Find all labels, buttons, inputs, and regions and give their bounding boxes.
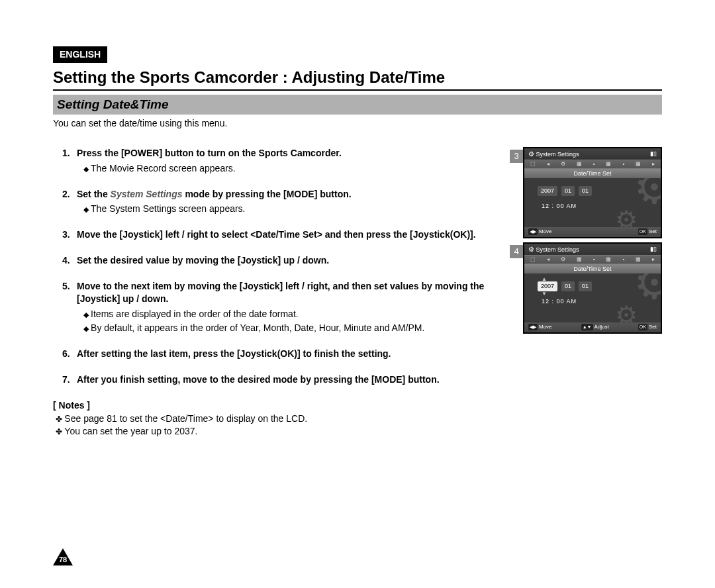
intro-text: You can set the date/time using this men…: [53, 117, 662, 130]
time-value: 12 : 00 AM: [542, 202, 577, 210]
step-5: Move to the next item by moving the [Joy…: [65, 280, 502, 334]
step-1: Press the [POWER] button to turn on the …: [65, 147, 502, 175]
step-1-sub: The Movie Record screen appears.: [83, 162, 502, 175]
step-2: Set the System Settings mode by pressing…: [65, 188, 502, 216]
gears-bg-icon-2: ⚙: [615, 203, 638, 227]
step-5-sub-1: Items are displayed in the order of the …: [83, 308, 502, 320]
notes-header: [ Notes ]: [53, 399, 502, 412]
battery-icon: ▮▯: [650, 150, 657, 158]
step-7: After you finish setting, move to the de…: [65, 373, 502, 386]
screenshot-3: ⚙ System Settings ▮▯ ⬚◂⚙▦•▦•▦▸ Date/Time…: [523, 147, 662, 238]
gears-bg-icon: ⚙: [634, 178, 661, 204]
screenshot-4-number: 4: [510, 245, 523, 258]
page-number-badge: 78: [53, 548, 73, 565]
steps-list: Press the [POWER] button to turn on the …: [53, 147, 502, 386]
section-label: Date/Time Set: [524, 264, 661, 273]
section-label: Date/Time Set: [524, 169, 661, 178]
time-value: 12 : 00 AM: [542, 297, 577, 305]
year-value: 2007: [538, 186, 557, 195]
step-6: After setting the last item, press the […: [65, 348, 502, 360]
page-title: Setting the Sports Camcorder : Adjusting…: [53, 67, 662, 91]
gears-bg-icon: ⚙: [634, 273, 661, 299]
year-value-highlighted: 2007: [538, 281, 557, 291]
step-3: Move the [Joystick] left / right to sele…: [65, 228, 502, 241]
day-value: 01: [579, 281, 592, 291]
month-value: 01: [561, 186, 575, 195]
day-value: 01: [579, 186, 592, 195]
gear-icon: ⚙: [528, 246, 534, 253]
month-value: 01: [561, 281, 575, 291]
mode-icon-bar: ⬚◂⚙▦•▦•▦▸: [524, 160, 661, 169]
language-badge: ENGLISH: [53, 46, 107, 63]
screenshot-4: ⚙ System Settings ▮▯ ⬚◂⚙▦•▦•▦▸ Date/Time…: [523, 242, 662, 334]
screenshot-3-number: 3: [510, 150, 523, 163]
gears-bg-icon-2: ⚙: [615, 299, 638, 322]
note-2: You can set the year up to 2037.: [56, 425, 502, 438]
mode-icon-bar: ⬚◂⚙▦•▦•▦▸: [524, 255, 661, 264]
note-1: See page 81 to set the <Date/Time> to di…: [56, 413, 502, 425]
gear-icon: ⚙: [528, 150, 534, 158]
screenshots-column: 3 ⚙ System Settings ▮▯ ⬚◂⚙▦•▦•▦▸ Date/Ti…: [510, 147, 662, 338]
step-5-sub-2: By default, it appears in the order of Y…: [83, 322, 502, 334]
step-4: Set the desired value by moving the [Joy…: [65, 254, 502, 267]
battery-icon: ▮▯: [650, 245, 657, 253]
notes-list: See page 81 to set the <Date/Time> to di…: [53, 413, 502, 438]
step-2-sub: The System Settings screen appears.: [83, 203, 502, 215]
subtitle: Setting Date&Time: [53, 95, 662, 115]
